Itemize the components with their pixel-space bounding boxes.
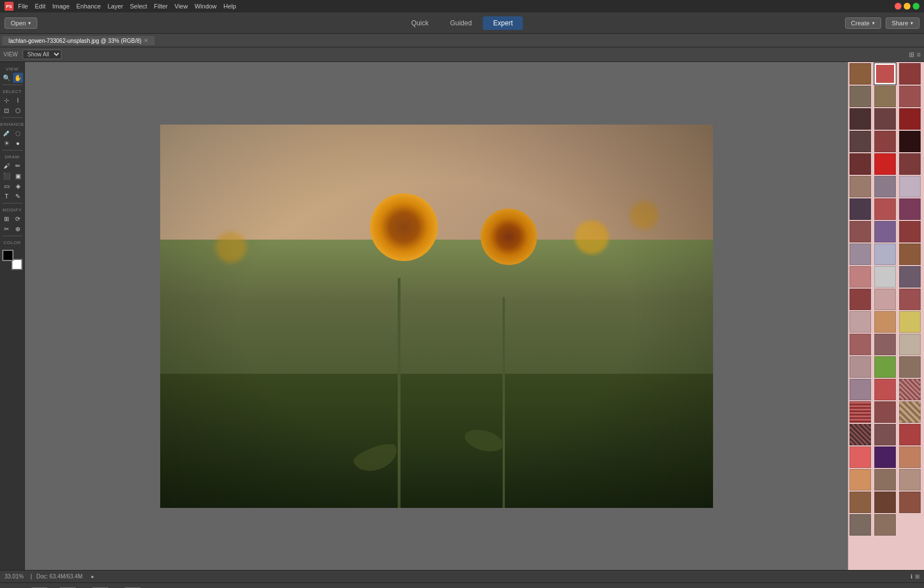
liquify-tool[interactable]: ⟳ [13,214,23,224]
move-tool[interactable]: ⊹ [2,95,12,105]
gradient-tool[interactable]: ▣ [13,171,23,181]
swatch-1[interactable] [850,63,871,85]
swatch-27[interactable] [899,244,921,265]
swatch-9[interactable] [899,108,921,130]
crop-tool[interactable]: ⊡ [2,105,12,116]
swatch-50[interactable] [874,424,896,445]
swatch-54[interactable] [899,446,921,468]
impressionist-brush[interactable]: ✏ [13,161,23,171]
swatch-40[interactable] [850,356,871,378]
swatch-8[interactable] [874,108,896,130]
swatch-22[interactable] [850,221,871,242]
menu-enhance[interactable]: Enhance [76,3,100,10]
swatch-11[interactable] [874,131,896,152]
show-all-select[interactable]: Show All [23,50,61,59]
maximize-button[interactable] [913,3,919,10]
menu-edit[interactable]: Edit [35,3,46,10]
swatch-7[interactable] [850,108,871,130]
clone-stamp[interactable]: ◈ [13,181,23,191]
swatch-24[interactable] [899,221,921,242]
swatch-14[interactable] [874,153,896,175]
swatch-28[interactable] [850,266,871,288]
swatch-48[interactable] [899,401,921,423]
hand-tool[interactable]: ✋ [13,73,23,83]
swatch-44[interactable] [874,379,896,400]
swatch-3[interactable] [899,63,921,85]
trim-tool[interactable]: ✂ [2,224,12,234]
paint-bucket[interactable]: ⬛ [2,171,12,181]
swatch-5[interactable] [874,86,896,107]
nav-arrows[interactable]: ▸ [91,573,94,580]
blur-tool[interactable]: ◌ [13,128,23,138]
swatch-36[interactable] [899,311,921,333]
zoom-tool[interactable]: 🔍 [2,73,12,83]
swatch-32[interactable] [874,289,896,310]
close-button[interactable] [895,3,901,10]
tab-close[interactable]: ✕ [144,38,148,43]
swatch-42[interactable] [899,356,921,378]
create-button[interactable]: Create [845,17,881,29]
swatch-2[interactable] [874,63,896,85]
swatch-13[interactable] [850,153,871,175]
swatch-35[interactable] [874,311,896,333]
swatch-37[interactable] [850,334,871,355]
swatch-30[interactable] [899,266,921,288]
menu-file[interactable]: File [18,3,28,10]
swatch-38[interactable] [874,334,896,355]
menu-filter[interactable]: Filter [154,3,168,10]
sponge-tool[interactable]: ● [13,138,23,148]
swatch-57[interactable] [899,469,921,490]
pencil-tool[interactable]: ✎ [13,191,23,201]
eyedropper-tool[interactable]: 💉 [2,128,12,138]
swatch-61[interactable] [850,514,871,536]
menu-help[interactable]: Help [223,3,236,10]
swatch-17[interactable] [874,176,896,197]
swatch-25[interactable] [850,244,871,265]
swatch-12[interactable] [899,131,921,152]
share-button[interactable]: Share [886,17,919,29]
lasso-tool[interactable]: ⌇ [13,95,23,105]
tab-expert[interactable]: Expert [483,16,523,30]
swatch-26[interactable] [874,244,896,265]
swatch-34[interactable] [850,311,871,333]
healing-brush[interactable]: ⊕ [13,224,23,234]
swatch-55[interactable] [850,469,871,490]
swatch-21[interactable] [899,198,921,220]
filter-list-btn[interactable]: ≡ [917,51,921,59]
brush-tool[interactable]: 🖌 [2,161,12,171]
swatch-4[interactable] [850,86,871,107]
tab-guided[interactable]: Guided [440,16,482,30]
text-tool[interactable]: T [2,191,12,201]
swatch-45[interactable] [899,379,921,400]
transform-tool[interactable]: ⊞ [2,214,12,224]
menu-layer[interactable]: Layer [108,3,124,10]
swatch-6[interactable] [899,86,921,107]
foreground-swatch[interactable] [2,250,14,261]
swatch-53[interactable] [874,446,896,468]
swatch-18[interactable] [899,176,921,197]
swatch-23[interactable] [874,221,896,242]
swatch-56[interactable] [874,469,896,490]
swatch-47[interactable] [874,401,896,423]
status-expand[interactable]: ⊞ [915,573,919,580]
swatch-58[interactable] [850,492,871,513]
swatch-33[interactable] [899,289,921,310]
minimize-button[interactable] [904,3,910,10]
swatch-52[interactable] [850,446,871,468]
swatch-15[interactable] [899,153,921,175]
swatch-46[interactable] [850,401,871,423]
menu-view[interactable]: View [174,3,188,10]
canvas-area[interactable] [25,62,848,570]
swatch-43[interactable] [850,379,871,400]
open-button[interactable]: Open [5,17,37,29]
swatch-29[interactable] [874,266,896,288]
menu-select[interactable]: Select [130,3,147,10]
swatch-31[interactable] [850,289,871,310]
swatch-16[interactable] [850,176,871,197]
swatch-39[interactable] [899,334,921,355]
swatch-10[interactable] [850,131,871,152]
swatch-41[interactable] [874,356,896,378]
menu-image[interactable]: Image [52,3,70,10]
swatch-62[interactable] [874,514,896,536]
swatch-51[interactable] [899,424,921,445]
